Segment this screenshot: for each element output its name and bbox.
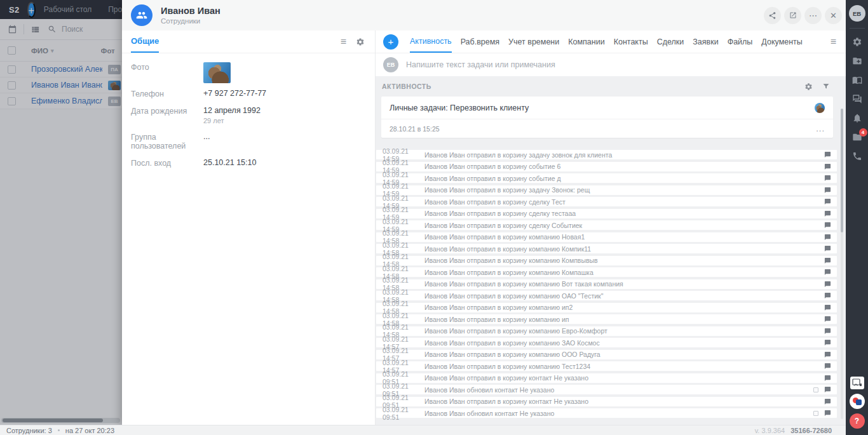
feed-text: Иванов Иван отправил в корзину задачу Зв…	[424, 186, 824, 194]
tab-файлы[interactable]: Файлы	[728, 30, 753, 53]
task-composer[interactable]: ЕВ Напишите текст задачи или примечания	[376, 53, 846, 76]
open-in-new-button[interactable]	[784, 7, 801, 24]
comment-icon[interactable]	[824, 175, 831, 182]
feed-text: Иванов Иван отправил в корзину событие д	[424, 175, 824, 182]
activity-header-label: АКТИВНОСТЬ	[382, 83, 431, 90]
notes-widget-icon[interactable]	[850, 377, 864, 389]
fields-menu-icon[interactable]: ≡	[341, 36, 346, 48]
comment-icon[interactable]	[824, 363, 831, 370]
detail-field: Фото	[131, 62, 366, 83]
changes-icon[interactable]	[813, 387, 818, 392]
field-value: 12 апреля 199229 лет	[203, 106, 261, 124]
add-activity-button[interactable]: +	[383, 34, 398, 50]
current-user-avatar: ЕВ	[383, 57, 398, 72]
notifications-bell-icon[interactable]	[852, 113, 862, 123]
knowledge-base-book-icon[interactable]	[852, 75, 862, 85]
comment-icon[interactable]	[824, 151, 831, 158]
help-button[interactable]: ?	[850, 413, 865, 429]
activity-feed-row: 03.09.21 14:57 Иванов Иван отправил в ко…	[376, 338, 837, 347]
comment-icon[interactable]	[824, 187, 831, 194]
task-card[interactable]: Личные задачи: Перезвонить клиенту 28.10…	[381, 97, 833, 138]
tab-активность[interactable]: Активность	[410, 30, 452, 53]
vertical-scrollbar[interactable]	[841, 109, 843, 419]
tab-заявки[interactable]: Заявки	[693, 30, 718, 53]
comment-icon[interactable]	[824, 269, 831, 276]
employee-avatar	[131, 4, 153, 26]
settings-gear-icon[interactable]	[852, 37, 862, 47]
activity-feed-row: 03.09.21 14:58 Иванов Иван отправил в ко…	[376, 232, 837, 242]
field-value: ...	[203, 132, 210, 141]
share-button[interactable]	[764, 7, 781, 24]
composer-input[interactable]: Напишите текст задачи или примечания	[406, 60, 555, 69]
employee-count: Сотрудники: 3	[6, 427, 52, 434]
comment-icon[interactable]	[824, 304, 831, 311]
feed-text: Иванов Иван отправил в корзину сделку Со…	[424, 222, 824, 229]
activity-feed-row: 03.09.21 14:59 Иванов Иван отправил в ко…	[376, 220, 837, 230]
task-title[interactable]: Личные задачи: Перезвонить клиенту	[390, 104, 529, 112]
horizontal-scrollbar[interactable]	[1, 418, 120, 423]
share-icon	[768, 11, 776, 20]
app-build-number: 35166-72680	[790, 427, 832, 434]
inbox-folder-icon[interactable]: 4	[852, 132, 862, 142]
comment-icon[interactable]	[824, 163, 831, 170]
activity-feed-row: 03.09.21 09:51 Иванов Иван отправил в ко…	[376, 373, 837, 383]
addon-logo-icon[interactable]	[850, 394, 865, 409]
detail-field: Посл. вход 25.10.21 15:10	[131, 158, 366, 168]
phone-icon[interactable]	[852, 151, 862, 161]
user-avatar[interactable]: ЕВ	[849, 5, 865, 22]
feed-text: Иванов Иван отправил в корзину компанию …	[424, 292, 824, 300]
feed-text: Иванов Иван отправил в корзину компанию …	[424, 280, 824, 288]
comment-icon[interactable]	[824, 386, 831, 393]
field-value	[203, 62, 231, 83]
add-folder-icon[interactable]	[852, 56, 862, 66]
tab-учет-времени[interactable]: Учет времени	[508, 30, 559, 53]
changes-icon[interactable]	[813, 411, 818, 416]
employee-card-modal: Иванов Иван Сотрудники ⋯ ✕ Общие	[122, 0, 846, 425]
details-pane: Общие ≡ Фото Телефон +7 927 272-77-77 Да…	[122, 30, 376, 425]
tab-компании[interactable]: Компании	[568, 30, 604, 53]
comment-icon[interactable]	[824, 410, 831, 417]
field-label: Фото	[131, 62, 203, 72]
comment-icon[interactable]	[824, 257, 831, 264]
details-settings-gear-icon[interactable]	[356, 37, 365, 46]
activity-pane: + АктивностьРаб.времяУчет времениКомпани…	[376, 30, 846, 425]
employee-photo[interactable]	[203, 62, 231, 83]
comment-icon[interactable]	[824, 281, 831, 288]
tab-general[interactable]: Общие	[131, 30, 159, 53]
comment-icon[interactable]	[824, 398, 831, 405]
comment-icon[interactable]	[824, 316, 831, 323]
comment-icon[interactable]	[824, 351, 831, 358]
tabs-menu-icon[interactable]: ≡	[831, 36, 836, 48]
filter-funnel-icon[interactable]	[822, 83, 830, 90]
comment-icon[interactable]	[824, 292, 831, 299]
comment-icon[interactable]	[824, 245, 831, 252]
comment-icon[interactable]	[824, 222, 831, 229]
activity-settings-gear-icon[interactable]	[804, 83, 813, 91]
activity-feed-row: 03.09.21 14:57 Иванов Иван отправил в ко…	[376, 350, 837, 359]
horizontal-scrollbar-thumb[interactable]	[3, 418, 103, 422]
tab-сделки[interactable]: Сделки	[657, 30, 684, 53]
field-label: Дата рождения	[131, 106, 203, 116]
field-value: 25.10.21 15:10	[203, 158, 256, 167]
tab-раб-время[interactable]: Раб.время	[461, 30, 499, 53]
comment-icon[interactable]	[824, 198, 831, 205]
task-date: 28.10.21 в 15:25	[390, 125, 440, 133]
more-actions-button[interactable]: ⋯	[804, 7, 822, 24]
comment-icon[interactable]	[824, 234, 831, 241]
field-label: Телефон	[131, 89, 203, 98]
modal-backdrop[interactable]	[0, 0, 122, 425]
field-subvalue: 29 лет	[203, 117, 261, 124]
comment-icon[interactable]	[824, 375, 831, 382]
close-button[interactable]: ✕	[825, 7, 842, 24]
comment-icon[interactable]	[824, 328, 831, 335]
vertical-scrollbar-thumb[interactable]	[841, 109, 843, 232]
detail-field: Группа пользователей ...	[131, 132, 366, 151]
field-label: Группа пользователей	[131, 132, 203, 151]
tab-документы[interactable]: Документы	[761, 30, 802, 53]
comment-icon[interactable]	[824, 339, 831, 346]
task-more-button[interactable]: ...	[816, 124, 825, 133]
feed-text: Иванов Иван отправил в корзину компанию …	[424, 304, 824, 311]
chat-icon[interactable]	[852, 94, 862, 104]
comment-icon[interactable]	[824, 210, 831, 217]
tab-контакты[interactable]: Контакты	[614, 30, 648, 53]
